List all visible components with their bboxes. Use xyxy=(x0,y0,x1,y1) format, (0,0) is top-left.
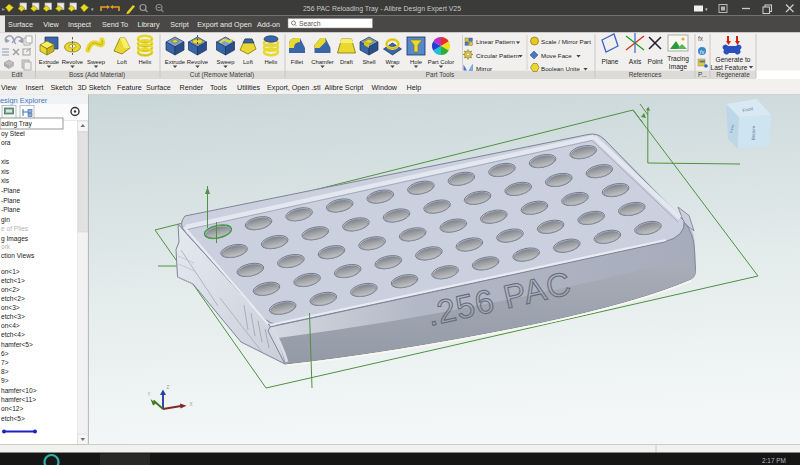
svg-text:Mirror: Mirror xyxy=(476,65,492,72)
svg-text:Edit: Edit xyxy=(11,71,22,78)
svg-text:▸: ▸ xyxy=(2,6,5,12)
svg-text:Move Face: Move Face xyxy=(541,52,572,59)
svg-text:Part Tools: Part Tools xyxy=(426,71,454,78)
svg-text:View: View xyxy=(43,20,59,29)
svg-text:Bottom: Bottom xyxy=(751,125,757,140)
svg-text:Send To: Send To xyxy=(102,20,128,29)
svg-text:Boolean Unite: Boolean Unite xyxy=(541,65,580,72)
svg-text:Sweep: Sweep xyxy=(216,59,235,65)
svg-text:etch<3>: etch<3> xyxy=(1,313,25,320)
svg-text:ora: ora xyxy=(1,139,11,146)
svg-text:Library: Library xyxy=(138,20,160,29)
svg-text:Y: Y xyxy=(148,392,151,397)
svg-text:6>: 6> xyxy=(1,350,9,357)
svg-text:on<2>: on<2> xyxy=(1,286,20,293)
svg-text:Export and Open: Export and Open xyxy=(197,20,251,29)
svg-text:7>: 7> xyxy=(1,359,9,366)
svg-text:References: References xyxy=(629,71,662,78)
svg-text:fx: fx xyxy=(698,35,704,42)
svg-text:Point: Point xyxy=(647,58,662,65)
svg-text:256 PAC Reloading Tray - Alibr: 256 PAC Reloading Tray - Alibre Design E… xyxy=(303,5,461,13)
svg-text:Axis: Axis xyxy=(629,58,642,65)
svg-text:Loft: Loft xyxy=(243,59,253,65)
svg-text:P...: P... xyxy=(698,71,707,78)
svg-text:etch<1>: etch<1> xyxy=(1,277,25,284)
svg-text:hamfer<11>: hamfer<11> xyxy=(1,396,36,403)
svg-text:etch<2>: etch<2> xyxy=(1,295,25,302)
svg-text:-Plane: -Plane xyxy=(1,206,20,213)
svg-text:Loft: Loft xyxy=(117,59,127,65)
svg-text:Tools: Tools xyxy=(210,83,227,92)
svg-text:-Plane: -Plane xyxy=(1,197,20,204)
svg-text:xis: xis xyxy=(1,168,10,175)
svg-text:e of Plies: e of Plies xyxy=(1,225,29,232)
svg-text:9>: 9> xyxy=(1,377,9,384)
svg-text:Image: Image xyxy=(669,63,688,71)
svg-text:Extrude: Extrude xyxy=(165,59,186,65)
svg-text:Extrude: Extrude xyxy=(39,59,60,65)
svg-text:ading Tray: ading Tray xyxy=(1,120,32,128)
svg-text:Revolve: Revolve xyxy=(187,59,209,65)
svg-text:Cut (Remove Material): Cut (Remove Material) xyxy=(190,71,254,79)
svg-text:ork: ork xyxy=(1,243,11,250)
svg-text:Part Color: Part Color xyxy=(428,59,455,65)
svg-text:Feature: Feature xyxy=(117,83,142,92)
svg-text:Surface: Surface xyxy=(146,83,171,92)
svg-text:8>: 8> xyxy=(1,368,9,375)
svg-text:on<1>: on<1> xyxy=(1,268,20,275)
svg-text:-Plane: -Plane xyxy=(1,187,20,194)
svg-text:Last Feature: Last Feature xyxy=(710,64,747,71)
svg-text:Chamfer: Chamfer xyxy=(311,59,334,65)
svg-text:Tracing: Tracing xyxy=(667,55,689,63)
svg-text:Window: Window xyxy=(372,83,398,92)
svg-text:Utilities: Utilities xyxy=(237,83,261,92)
svg-text:Helix: Helix xyxy=(264,59,277,65)
svg-text:Revolve: Revolve xyxy=(62,59,84,65)
svg-text:Hole: Hole xyxy=(410,59,423,65)
svg-text:View: View xyxy=(1,83,17,92)
svg-text:Regenerate: Regenerate xyxy=(716,71,750,79)
svg-text:Sweep: Sweep xyxy=(87,59,106,65)
svg-text:Inspect: Inspect xyxy=(68,20,91,29)
svg-text:Shell: Shell xyxy=(362,59,375,65)
svg-text:gin: gin xyxy=(1,216,10,224)
svg-text:Plane: Plane xyxy=(602,58,619,65)
svg-text:etch<4>: etch<4> xyxy=(1,331,25,338)
svg-text:Add-on: Add-on xyxy=(257,20,280,29)
svg-text:hamfer<5>: hamfer<5> xyxy=(1,341,33,348)
svg-text:Sketch: Sketch xyxy=(51,83,73,92)
svg-text:Boss (Add Material): Boss (Add Material) xyxy=(69,71,125,79)
svg-text:Search: Search xyxy=(299,20,321,27)
svg-text:fx: fx xyxy=(700,49,705,55)
svg-text:on<3>: on<3> xyxy=(1,304,20,311)
svg-text:ction Views: ction Views xyxy=(1,252,35,259)
svg-text:Export, Open .stl: Export, Open .stl xyxy=(267,83,321,92)
svg-text:Alibre Script: Alibre Script xyxy=(325,83,364,92)
svg-text:esign Explorer: esign Explorer xyxy=(0,96,48,105)
svg-text:xis: xis xyxy=(1,177,10,184)
svg-text:on<12>: on<12> xyxy=(1,405,24,412)
svg-text:Surface: Surface xyxy=(8,20,33,29)
svg-text:Insert: Insert xyxy=(26,83,44,92)
svg-text:Helix: Helix xyxy=(138,59,151,65)
svg-text:Render: Render xyxy=(180,83,204,92)
svg-text:Linear Pattern: Linear Pattern xyxy=(476,38,515,45)
svg-text:g Images: g Images xyxy=(1,235,29,243)
svg-text:Wrap: Wrap xyxy=(386,59,401,65)
svg-text:Scale / Mirror Part: Scale / Mirror Part xyxy=(541,38,591,45)
svg-text:oy Steel: oy Steel xyxy=(1,130,25,138)
svg-text:X: X xyxy=(190,402,193,407)
svg-text:Circular Pattern: Circular Pattern xyxy=(476,52,520,59)
svg-text:2:17 PM: 2:17 PM xyxy=(762,457,786,464)
svg-text:Generate to: Generate to xyxy=(716,56,751,63)
svg-text:Fillet: Fillet xyxy=(291,59,304,65)
svg-text:Z: Z xyxy=(167,385,170,390)
svg-text:3D Sketch: 3D Sketch xyxy=(78,83,111,92)
svg-text:Script: Script xyxy=(170,20,188,29)
svg-text:xis: xis xyxy=(1,158,10,165)
svg-text:hamfer<10>: hamfer<10> xyxy=(1,387,37,394)
svg-text:on<4>: on<4> xyxy=(1,322,20,329)
svg-text:etch<5>: etch<5> xyxy=(1,415,25,422)
svg-text:Help: Help xyxy=(407,83,422,92)
svg-text:Draft: Draft xyxy=(340,59,353,65)
